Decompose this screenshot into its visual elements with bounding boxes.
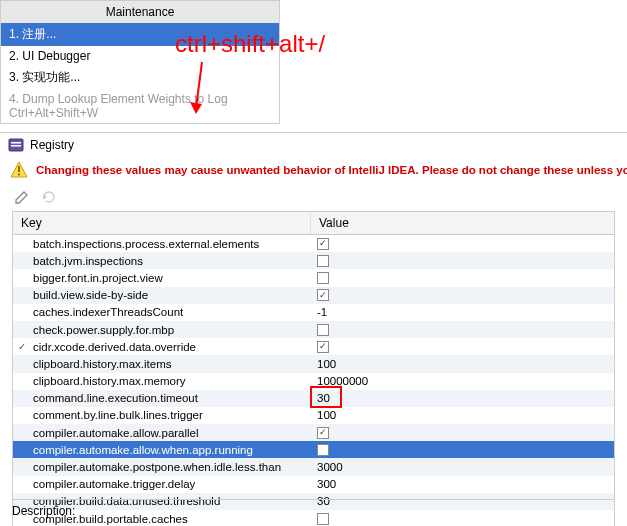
table-row[interactable]: compiler.automake.trigger.delay300 — [13, 476, 614, 493]
key-cell: compiler.automake.allow.parallel — [31, 427, 311, 439]
value-cell[interactable]: 10000000 — [311, 375, 614, 387]
checkbox[interactable]: ✓ — [317, 427, 329, 439]
menu-item[interactable]: 4. Dump Lookup Element Weights to Log Ct… — [1, 89, 279, 123]
table-row[interactable]: check.power.supply.for.mbp — [13, 321, 614, 338]
checkbox[interactable]: ✓ — [317, 341, 329, 353]
menu-header: Maintenance — [1, 1, 279, 23]
registry-table: Key Value batch.inspections.process.exte… — [12, 211, 615, 526]
maintenance-menu: Maintenance 1. 注册...2. UI Debugger3. 实现功… — [0, 0, 280, 124]
value-cell[interactable]: 30 — [311, 392, 614, 404]
warning-text: Changing these values may cause unwanted… — [36, 164, 627, 176]
checkbox[interactable]: ✓ — [317, 289, 329, 301]
registry-icon — [8, 137, 24, 153]
table-row[interactable]: compiler.automake.allow.parallel✓ — [13, 424, 614, 441]
checkbox[interactable]: ✓ — [317, 238, 329, 250]
table-row[interactable]: compiler.automake.postpone.when.idle.les… — [13, 458, 614, 475]
table-row[interactable]: batch.inspections.process.external.eleme… — [13, 235, 614, 252]
registry-panel: Registry Changing these values may cause… — [0, 132, 627, 526]
value-cell[interactable]: -1 — [311, 306, 614, 318]
value-cell[interactable] — [311, 272, 614, 284]
undo-button[interactable] — [40, 189, 56, 205]
registry-title: Registry — [30, 138, 74, 152]
key-cell: build.view.side-by-side — [31, 289, 311, 301]
menu-item[interactable]: 2. UI Debugger — [1, 46, 279, 66]
table-row[interactable]: batch.jvm.inspections — [13, 252, 614, 269]
table-row[interactable]: compiler.automake.allow.when.app.running — [13, 441, 614, 458]
key-cell: clipboard.history.max.items — [31, 358, 311, 370]
key-cell: compiler.automake.trigger.delay — [31, 478, 311, 490]
table-row[interactable]: bigger.font.in.project.view — [13, 269, 614, 286]
checkbox[interactable] — [317, 444, 329, 456]
svg-rect-4 — [11, 145, 21, 147]
value-cell[interactable]: ✓ — [311, 238, 614, 250]
key-cell: clipboard.history.max.memory — [31, 375, 311, 387]
key-cell: cidr.xcode.derived.data.override — [31, 341, 311, 353]
table-row[interactable]: comment.by.line.bulk.lines.trigger100 — [13, 407, 614, 424]
menu-item[interactable]: 1. 注册... — [1, 23, 279, 46]
checkbox[interactable] — [317, 272, 329, 284]
edit-button[interactable] — [14, 189, 30, 205]
modified-mark: ✓ — [13, 341, 31, 352]
key-cell: comment.by.line.bulk.lines.trigger — [31, 409, 311, 421]
column-value[interactable]: Value — [311, 212, 614, 234]
table-row[interactable]: ✓cidr.xcode.derived.data.override✓ — [13, 338, 614, 355]
table-row[interactable]: build.view.side-by-side✓ — [13, 287, 614, 304]
table-row[interactable]: command.line.execution.timeout30 — [13, 390, 614, 407]
value-cell[interactable]: 100 — [311, 358, 614, 370]
key-cell: caches.indexerThreadsCount — [31, 306, 311, 318]
value-cell[interactable]: 300 — [311, 478, 614, 490]
value-cell[interactable]: 3000 — [311, 461, 614, 473]
menu-item[interactable]: 3. 实现功能... — [1, 66, 279, 89]
table-row[interactable]: clipboard.history.max.memory10000000 — [13, 373, 614, 390]
key-cell: check.power.supply.for.mbp — [31, 324, 311, 336]
value-cell[interactable] — [311, 255, 614, 267]
value-cell[interactable]: 100 — [311, 409, 614, 421]
value-cell[interactable]: ✓ — [311, 289, 614, 301]
key-cell: command.line.execution.timeout — [31, 392, 311, 404]
description-label: Description: — [12, 499, 615, 518]
value-cell[interactable]: ✓ — [311, 341, 614, 353]
key-cell: bigger.font.in.project.view — [31, 272, 311, 284]
warning-icon — [10, 161, 28, 179]
checkbox[interactable] — [317, 324, 329, 336]
value-cell[interactable] — [311, 324, 614, 336]
value-cell[interactable]: ✓ — [311, 427, 614, 439]
key-cell: compiler.automake.allow.when.app.running — [31, 444, 311, 456]
table-row[interactable]: caches.indexerThreadsCount-1 — [13, 304, 614, 321]
key-cell: batch.inspections.process.external.eleme… — [31, 238, 311, 250]
svg-rect-6 — [18, 166, 20, 172]
column-key[interactable]: Key — [13, 212, 311, 234]
key-cell: batch.jvm.inspections — [31, 255, 311, 267]
svg-rect-3 — [11, 142, 21, 144]
value-cell[interactable] — [311, 444, 614, 456]
checkbox[interactable] — [317, 255, 329, 267]
key-cell: compiler.automake.postpone.when.idle.les… — [31, 461, 311, 473]
svg-rect-7 — [18, 174, 20, 176]
table-row[interactable]: clipboard.history.max.items100 — [13, 355, 614, 372]
